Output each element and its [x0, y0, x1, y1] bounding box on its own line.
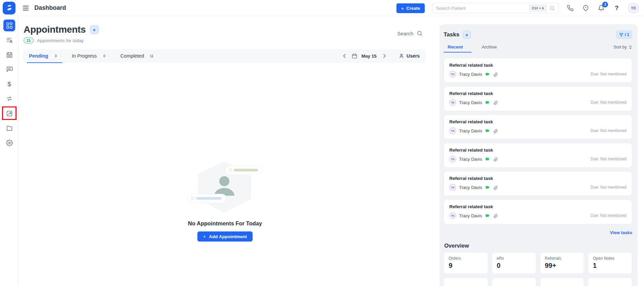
sidebar-item-dashboard[interactable] — [3, 20, 15, 31]
assignee-name: Tracy Davis — [459, 185, 482, 190]
empty-state-illustration — [188, 161, 262, 214]
overview-card-label: Open Notes — [593, 256, 627, 261]
task-card[interactable]: Referral related task TD Tracy Davis Due… — [444, 171, 632, 196]
paperclip-icon — [493, 100, 498, 105]
assignee-name: Tracy Davis — [459, 72, 482, 77]
messages-icon — [6, 66, 13, 73]
overview-card[interactable]: Referrals 99+ — [540, 252, 584, 274]
add-appointment-button[interactable]: + Add Appointment — [197, 231, 253, 242]
sidebar-item-calendar[interactable] — [3, 49, 15, 61]
in-progress-count: 0 — [100, 53, 109, 59]
date-label[interactable]: May 15 — [361, 54, 377, 59]
tab-completed[interactable]: Completed 11 — [120, 49, 156, 63]
task-title: Referral related task — [449, 148, 626, 153]
assignee-name: Tracy Davis — [459, 157, 482, 162]
task-title: Referral related task — [449, 63, 626, 68]
appointments-count-badge: 11 — [24, 37, 34, 43]
tab-recent[interactable]: Recent — [448, 44, 463, 53]
bell-icon[interactable]: 3 — [597, 4, 605, 12]
logo-icon — [5, 4, 13, 12]
task-due: Due: Not mentioned — [590, 157, 626, 161]
overview-card[interactable] — [588, 278, 632, 286]
task-title: Referral related task — [449, 176, 626, 181]
assignee-avatar: TD — [449, 212, 456, 219]
pending-count: 0 — [51, 53, 60, 59]
task-card[interactable]: Referral related task TD Tracy Davis Due… — [444, 199, 632, 224]
priority-flag-icon — [485, 213, 490, 218]
overview-card[interactable] — [492, 278, 536, 286]
assignee-avatar: TD — [449, 99, 456, 106]
calendar-icon[interactable] — [352, 53, 357, 59]
search-icon — [417, 30, 423, 36]
overview-card-label: Referrals — [545, 256, 579, 261]
sidebar-item-settings[interactable] — [3, 137, 15, 149]
overview-card-value: 9 — [449, 262, 483, 269]
appointments-count-label: Appointments for today — [37, 38, 84, 43]
sidebar-item-messages[interactable] — [3, 63, 15, 75]
tab-pending[interactable]: Pending 0 — [29, 49, 60, 63]
tasks-panel: Tasks + / 1 Recent Archive Sort by Refer… — [440, 24, 638, 286]
app-logo[interactable] — [3, 2, 15, 14]
left-sidebar: $ — [0, 16, 19, 286]
task-card[interactable]: Referral related task TD Tracy Davis Due… — [444, 86, 632, 111]
task-filter-badge[interactable]: / 1 — [616, 30, 632, 39]
patient-search[interactable]: Ctrl + k — [432, 3, 559, 13]
sidebar-item-patients[interactable] — [3, 34, 15, 46]
view-tasks-link[interactable]: View tasks — [444, 230, 632, 235]
user-avatar[interactable]: TD — [628, 3, 639, 13]
appointments-search[interactable]: Search — [397, 30, 423, 36]
task-due: Due: Not mentioned — [590, 185, 626, 190]
sidebar-item-refresh[interactable] — [3, 93, 15, 104]
task-title: Referral related task — [449, 204, 626, 209]
refresh-icon — [6, 95, 13, 102]
assignee-name: Tracy Davis — [459, 128, 482, 133]
assignee-avatar: TD — [449, 184, 456, 191]
tasks-title: Tasks — [444, 31, 459, 38]
overview-card[interactable]: Open Notes 1 — [588, 252, 632, 274]
overview-card[interactable] — [540, 278, 584, 286]
overview-cards-cutoff — [444, 278, 632, 286]
sort-by-control[interactable]: Sort by — [613, 45, 632, 53]
overview-cards: Orders 9 eRx 0 Referrals 99+ Open Notes … — [444, 252, 632, 274]
assignee-name: Tracy Davis — [459, 213, 482, 218]
users-button[interactable]: Users — [399, 53, 420, 59]
billing-icon: $ — [7, 81, 11, 88]
task-card[interactable]: Referral related task TD Tracy Davis Due… — [444, 143, 632, 168]
assignee-avatar: TD — [449, 156, 456, 162]
overview-card[interactable] — [444, 278, 488, 286]
task-card[interactable]: Referral related task TD Tracy Davis Due… — [444, 58, 632, 83]
task-due: Due: Not mentioned — [590, 128, 626, 133]
task-card[interactable]: Referral related task TD Tracy Davis Due… — [444, 115, 632, 139]
phone-icon[interactable] — [566, 4, 574, 12]
sidebar-item-billing[interactable]: $ — [3, 78, 15, 90]
task-due: Due: Not mentioned — [590, 100, 626, 105]
menu-toggle-icon[interactable] — [23, 4, 31, 12]
priority-flag-icon — [485, 72, 490, 76]
settings-icon — [6, 139, 13, 146]
overview-card-value: 0 — [497, 262, 531, 269]
reports-icon — [6, 110, 13, 117]
sidebar-item-reports[interactable] — [3, 107, 15, 119]
create-button[interactable]: + Create — [396, 3, 425, 13]
patient-search-input[interactable] — [436, 6, 526, 11]
paperclip-icon — [493, 157, 498, 162]
help-icon[interactable]: ? — [613, 4, 621, 12]
overview-card[interactable]: Orders 9 — [444, 252, 488, 274]
next-day-icon[interactable] — [381, 52, 388, 60]
location-icon[interactable] — [582, 4, 590, 12]
overview-card-value: 1 — [593, 262, 627, 269]
patient-list-icon — [6, 37, 13, 43]
assignee-avatar: TD — [449, 127, 456, 134]
add-task-chip[interactable]: + — [463, 31, 471, 39]
tab-in-progress[interactable]: In Progress 0 — [72, 49, 109, 63]
empty-state-title: No Appointments For Today — [188, 220, 262, 227]
plus-icon: + — [401, 5, 404, 11]
tab-archive[interactable]: Archive — [482, 44, 497, 53]
plus-icon: + — [203, 234, 206, 239]
appointments-title: Appointments — [24, 24, 86, 35]
sidebar-item-documents[interactable] — [3, 122, 15, 134]
add-appointment-chip[interactable]: + — [90, 25, 99, 34]
prev-day-icon[interactable] — [341, 52, 348, 60]
overview-card[interactable]: eRx 0 — [492, 252, 536, 274]
completed-count: 11 — [147, 53, 156, 59]
